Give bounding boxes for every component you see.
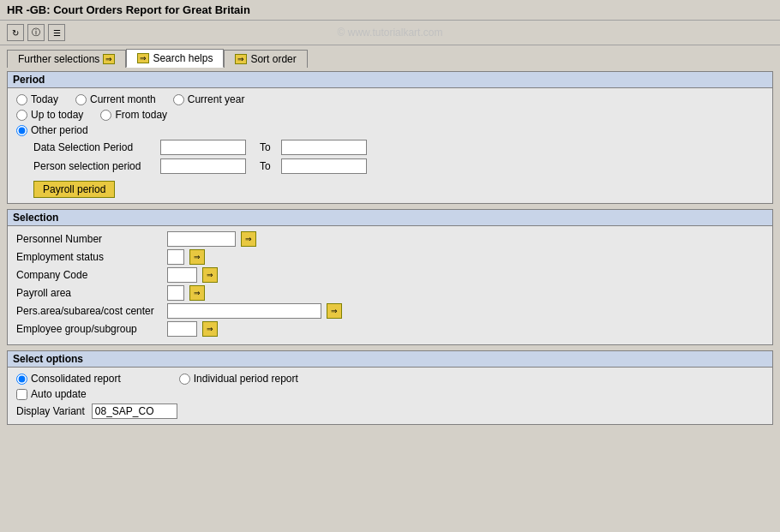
person-selection-period-input[interactable] [160,158,246,174]
tab-sort-order[interactable]: ⇒ Sort order [224,50,307,68]
title-bar: HR -GB: Court Orders Report for Great Br… [0,0,780,21]
personnel-number-label: Personnel Number [16,233,162,245]
radio-from-today-label: From today [115,109,167,121]
person-selection-period-row: Person selection period To [16,158,764,174]
radio-from-today-input[interactable] [100,110,111,121]
radio-current-month-label: Current month [90,93,156,105]
employee-group-input[interactable] [167,321,197,337]
period-header: Period [8,72,772,88]
payroll-period-button[interactable]: Payroll period [33,181,115,198]
employee-group-label: Employee group/subgroup [16,323,162,335]
radio-today-label: Today [31,93,58,105]
radio-current-month[interactable]: Current month [75,93,156,105]
radio-other-period-input[interactable] [16,125,27,136]
menu-icon[interactable]: ☰ [48,24,65,41]
data-selection-period-row: Data Selection Period To [16,140,764,155]
personnel-number-arrow-btn[interactable]: ⇒ [241,231,256,247]
sel-row-company-code: Company Code ⇒ [16,267,764,283]
employee-group-arrow-btn[interactable]: ⇒ [202,321,218,337]
employment-status-label: Employment status [16,251,162,263]
to-label-1: To [260,141,271,153]
employment-status-input[interactable] [167,249,184,265]
sel-row-personnel-number: Personnel Number ⇒ [16,231,764,247]
tab-search-helps-arrow: ⇒ [137,53,149,63]
radio-up-to-today-input[interactable] [16,110,27,121]
tab-further-selections-arrow: ⇒ [103,54,115,64]
info-icon[interactable]: ⓘ [27,24,45,41]
data-selection-period-label: Data Selection Period [33,141,153,153]
toolbar: ↻ ⓘ ☰ © www.tutorialkart.com [0,21,780,45]
employment-status-arrow-btn[interactable]: ⇒ [189,249,205,265]
auto-update-checkbox[interactable] [16,389,27,400]
radio-individual[interactable]: Individual period report [179,373,298,385]
period-row-3: Other period [16,124,764,136]
radio-other-period-label: Other period [31,124,88,136]
select-options-body: Consolidated report Individual period re… [8,368,772,424]
watermark: © www.tutorialkart.com [338,27,443,39]
period-row-2: Up to today From today [16,109,764,121]
data-selection-period-to-input[interactable] [281,140,367,155]
select-options-header: Select options [8,351,772,368]
display-variant-input[interactable] [92,403,177,419]
radio-consolidated-input[interactable] [16,374,27,385]
select-options-section: Select options Consolidated report Indiv… [7,350,773,425]
sel-row-pers-area: Pers.area/subarea/cost center ⇒ [16,303,764,319]
pers-area-input[interactable] [167,303,321,319]
data-selection-period-input[interactable] [160,140,246,155]
radio-current-year-label: Current year [188,93,245,105]
tab-further-selections-label: Further selections [18,53,99,65]
radio-consolidated-label: Consolidated report [31,373,121,385]
period-section: Period Today Current month Current year [7,71,773,204]
radio-today[interactable]: Today [16,93,58,105]
person-selection-period-to-input[interactable] [281,158,367,174]
radio-current-year-input[interactable] [173,94,184,105]
radio-today-input[interactable] [16,94,27,105]
tab-search-helps[interactable]: ⇒ Search helps [126,49,224,68]
tab-sort-order-label: Sort order [250,53,296,65]
company-code-arrow-btn[interactable]: ⇒ [202,267,218,283]
payroll-area-input[interactable] [167,285,184,301]
radio-from-today[interactable]: From today [100,109,167,121]
report-type-row: Consolidated report Individual period re… [16,373,764,385]
radio-current-year[interactable]: Current year [173,93,245,105]
selection-header: Selection [8,210,772,226]
tabs-row: Further selections ⇒ ⇒ Search helps ⇒ So… [0,45,780,68]
company-code-input[interactable] [167,267,197,283]
radio-individual-input[interactable] [179,374,190,385]
sel-row-employee-group: Employee group/subgroup ⇒ [16,321,764,337]
radio-current-month-input[interactable] [75,94,87,105]
radio-up-to-today[interactable]: Up to today [16,109,83,121]
display-variant-row: Display Variant [16,403,764,419]
sel-row-payroll-area: Payroll area ⇒ [16,285,764,301]
personnel-number-input[interactable] [167,231,236,247]
radio-individual-label: Individual period report [194,373,298,385]
to-label-2: To [260,160,271,172]
auto-update-label: Auto update [31,388,87,400]
pers-area-label: Pers.area/subarea/cost center [16,305,162,317]
radio-other-period[interactable]: Other period [16,124,88,136]
payroll-area-arrow-btn[interactable]: ⇒ [189,285,205,301]
selection-section: Selection Personnel Number ⇒ Employment … [7,209,773,345]
radio-up-to-today-label: Up to today [31,109,83,121]
radio-consolidated[interactable]: Consolidated report [16,373,121,385]
company-code-label: Company Code [16,269,162,281]
tab-further-selections[interactable]: Further selections ⇒ [7,50,126,68]
sel-row-employment-status: Employment status ⇒ [16,249,764,265]
period-body: Today Current month Current year Up to t… [8,88,772,203]
back-icon[interactable]: ↻ [7,24,24,41]
main-content: Period Today Current month Current year [0,68,780,433]
auto-update-row: Auto update [16,388,764,400]
display-variant-label: Display Variant [16,405,85,417]
tab-sort-order-arrow: ⇒ [235,54,247,64]
period-row-1: Today Current month Current year [16,93,764,105]
page-title: HR -GB: Court Orders Report for Great Br… [7,3,250,16]
tab-search-helps-label: Search helps [153,52,213,64]
pers-area-arrow-btn[interactable]: ⇒ [327,303,342,319]
payroll-area-label: Payroll area [16,287,162,299]
person-selection-period-label: Person selection period [33,160,153,172]
selection-body: Personnel Number ⇒ Employment status ⇒ C… [8,226,772,344]
